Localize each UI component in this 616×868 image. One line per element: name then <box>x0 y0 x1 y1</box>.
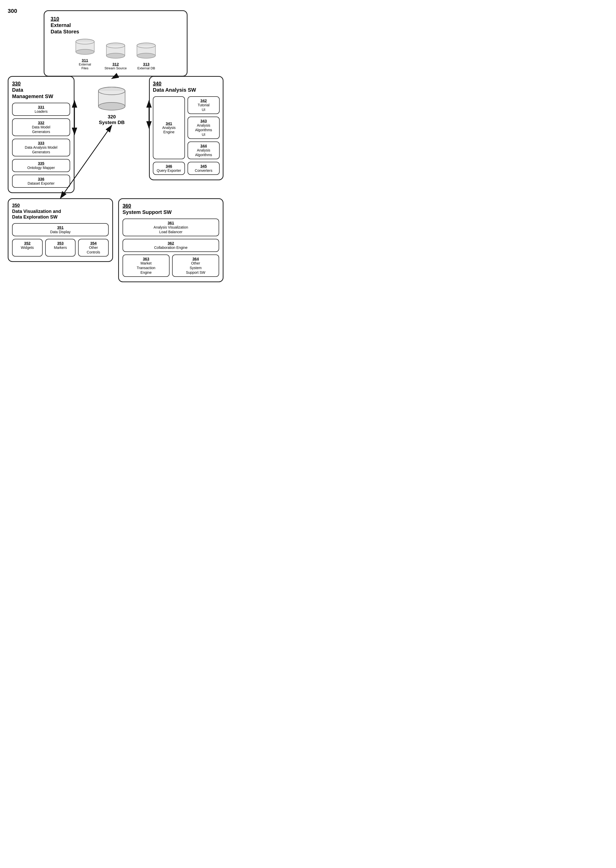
bottom-row: 350 Data Visualization andData Explorati… <box>8 198 223 282</box>
data-management-section: 330 DataManagement SW 331 Loaders 332 Da… <box>8 76 74 193</box>
cylinder-312: 312 Stream Source <box>105 42 127 70</box>
analysis-inner: 341 AnalysisEngine 346 Query Exporter 34… <box>153 96 220 175</box>
external-data-stores-section: 310 ExternalData Stores 311 ExternalFile… <box>44 10 187 77</box>
svg-point-8 <box>106 53 125 58</box>
cylinder-311-label: 311 ExternalFiles <box>79 58 91 70</box>
comp-352: 352 Widgets <box>12 239 42 257</box>
comp-361: 361 Analysis VisualizationLoad Balancer <box>123 218 219 236</box>
vis-row2: 352 Widgets 353 Markers 354 OtherControl… <box>12 239 108 257</box>
external-data-stores-num: 310 <box>50 16 181 22</box>
comp-343: 343 AnalysisAlgorithmsUI <box>187 116 220 139</box>
comp-336: 336 Dataset Exporter <box>12 175 70 188</box>
comp-354: 354 OtherControls <box>78 239 108 257</box>
center-system-db: 320System DB <box>74 76 149 125</box>
data-vis-title: 350 Data Visualization andData Explorati… <box>12 202 108 220</box>
cylinder-312-label: 312 Stream Source <box>105 62 127 70</box>
analysis-left: 341 AnalysisEngine 346 Query Exporter <box>153 96 185 175</box>
comp-331: 331 Loaders <box>12 103 70 116</box>
comp-362: 362 Collaboration Engine <box>123 239 219 252</box>
mgmt-components: 331 Loaders 332 Data ModelGenerators 333… <box>12 103 70 188</box>
system-support-section: 360 System Support SW 361 Analysis Visua… <box>118 198 223 282</box>
system-db-cylinder <box>96 86 127 112</box>
comp-363: 363 MarketTransactionEngine <box>123 254 170 277</box>
comp-342: 342 TutorialUI <box>187 96 220 114</box>
comp-345: 345 Converters <box>187 162 220 175</box>
support-components: 361 Analysis VisualizationLoad Balancer … <box>123 218 219 277</box>
comp-351: 351 Data Display <box>12 223 108 236</box>
middle-row: 330 DataManagement SW 331 Loaders 332 Da… <box>8 76 223 193</box>
support-bottom-row: 363 MarketTransactionEngine 364 OtherSys… <box>123 254 219 277</box>
cylinder-313-icon <box>136 42 156 60</box>
system-db-label: 320System DB <box>99 114 124 125</box>
vis-row1: 351 Data Display <box>12 223 108 236</box>
cylinder-312-icon <box>105 42 126 60</box>
comp-332: 332 Data ModelGenerators <box>12 118 70 136</box>
system-support-title: 360 System Support SW <box>123 202 219 215</box>
comp-335: 335 Ontology Mapper <box>12 159 70 172</box>
comp-353: 353 Markers <box>45 239 76 257</box>
cylinder-313-label: 313 External DB <box>137 62 155 70</box>
svg-point-2 <box>76 49 94 55</box>
svg-point-20 <box>98 102 125 110</box>
cylinders-row: 311 ExternalFiles 312 Stream Source <box>50 39 181 70</box>
comp-346: 346 Query Exporter <box>153 162 185 175</box>
svg-point-14 <box>137 53 156 58</box>
external-data-stores-title: 310 ExternalData Stores <box>50 16 181 35</box>
cylinder-311: 311 ExternalFiles <box>75 39 95 70</box>
comp-364: 364 OtherSystemSupport SW <box>172 254 219 277</box>
data-management-title: 330 DataManagement SW <box>12 80 70 100</box>
data-analysis-section: 340 Data Analysis SW 341 AnalysisEngine … <box>149 76 223 180</box>
cylinder-311-icon <box>75 39 95 57</box>
analysis-right: 342 TutorialUI 343 AnalysisAlgorithmsUI … <box>187 96 220 175</box>
comp-344: 344 AnalysisAlgorithms <box>187 141 220 159</box>
comp-341: 341 AnalysisEngine <box>153 96 185 159</box>
comp-333: 333 Data Analysis ModelGenerators <box>12 139 70 156</box>
data-analysis-title: 340 Data Analysis SW <box>153 80 220 93</box>
cylinder-313: 313 External DB <box>136 42 156 70</box>
data-visualization-section: 350 Data Visualization andData Explorati… <box>8 198 113 262</box>
